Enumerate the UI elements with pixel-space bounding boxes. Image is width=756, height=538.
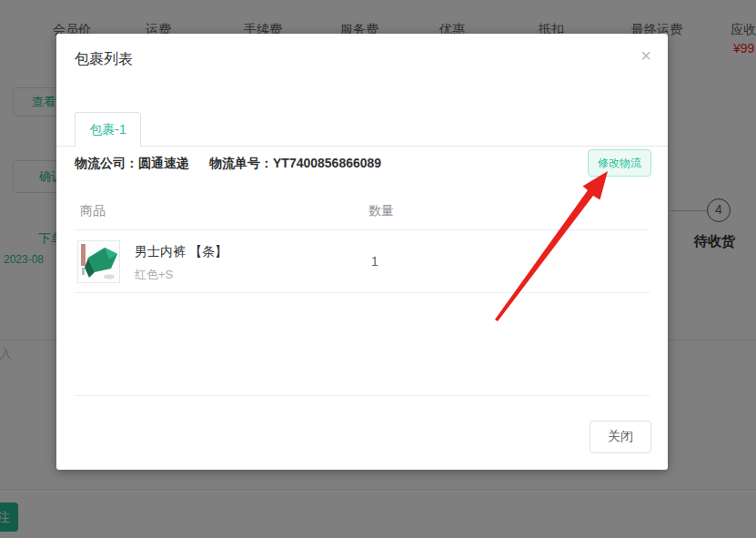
logistics-row: 物流公司：圆通速递物流单号：YT7400856866089 修改物流 <box>75 149 651 177</box>
close-icon[interactable]: × <box>635 45 657 66</box>
package-tabs: 包裹-1 <box>56 112 668 147</box>
product-spec: 红色+S <box>135 267 173 283</box>
tracking-number-label: 物流单号： <box>209 156 273 170</box>
logistics-company-value: 圆通速递 <box>138 156 189 170</box>
table-row: 男士内裤 【条】 红色+S 1 <box>75 230 650 293</box>
product-table-header: 商品 数量 <box>75 191 650 230</box>
logistics-info: 物流公司：圆通速递物流单号：YT7400856866089 <box>75 149 651 177</box>
product-thumbnail-graphic <box>77 240 120 283</box>
edit-logistics-button[interactable]: 修改物流 <box>588 149 651 177</box>
package-list-dialog: 包裹列表 × 包裹-1 物流公司：圆通速递物流单号：YT740085686608… <box>56 34 668 470</box>
dialog-title: 包裹列表 <box>75 50 133 69</box>
product-name: 男士内裤 【条】 <box>135 244 227 260</box>
column-header-product: 商品 <box>80 203 106 219</box>
tab-package-1[interactable]: 包裹-1 <box>75 112 141 147</box>
close-button[interactable]: 关闭 <box>590 421 651 453</box>
product-table: 商品 数量 男士内裤 【条】 红色+S 1 <box>75 191 650 396</box>
logistics-company-label: 物流公司： <box>75 156 138 170</box>
table-empty-area <box>75 293 650 396</box>
product-image <box>77 240 120 283</box>
tracking-number-value: YT7400856866089 <box>273 156 381 170</box>
column-header-quantity: 数量 <box>368 203 394 219</box>
product-quantity: 1 <box>371 254 378 269</box>
